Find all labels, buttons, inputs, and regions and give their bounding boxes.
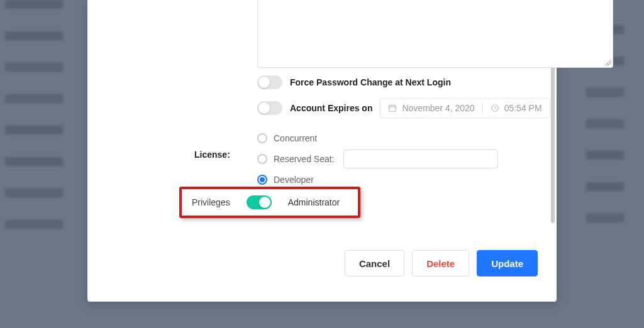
delete-button[interactable]: Delete xyxy=(412,250,469,276)
license-section-label: License: xyxy=(194,150,230,160)
account-expires-toggle[interactable] xyxy=(257,101,282,115)
license-radio-developer[interactable] xyxy=(257,175,267,185)
account-expires-label: Account Expires on xyxy=(290,103,372,113)
force-password-toggle[interactable] xyxy=(257,75,282,89)
cancel-button[interactable]: Cancel xyxy=(345,250,404,276)
expire-datetime-picker[interactable]: November 4, 2020 05:54 PM xyxy=(380,98,550,118)
force-password-label: Force Password Change at Next Login xyxy=(290,77,451,87)
notes-textarea[interactable] xyxy=(257,0,613,68)
expire-date-value: November 4, 2020 xyxy=(402,103,474,113)
account-expires-row: Account Expires on November 4, 2020 05:5… xyxy=(257,98,550,118)
license-radio-group: Concurrent Reserved Seat: Developer xyxy=(257,133,498,185)
modal-footer: Cancel Delete Update xyxy=(345,250,538,276)
svg-rect-0 xyxy=(389,106,396,111)
license-radio-reserved[interactable] xyxy=(257,154,267,164)
expire-time-value: 05:54 PM xyxy=(504,103,542,113)
user-settings-modal: Force Password Change at Next Login Acco… xyxy=(87,0,557,302)
calendar-icon xyxy=(388,104,397,112)
force-password-row: Force Password Change at Next Login xyxy=(257,75,451,89)
license-label-reserved: Reserved Seat: xyxy=(274,154,335,164)
license-label-concurrent: Concurrent xyxy=(274,133,317,143)
administrator-toggle[interactable] xyxy=(247,195,272,209)
administrator-label: Administrator xyxy=(288,197,340,207)
update-button[interactable]: Update xyxy=(477,250,538,276)
license-radio-concurrent[interactable] xyxy=(257,133,267,143)
privileges-label: Privileges xyxy=(192,197,230,207)
license-label-developer: Developer xyxy=(274,175,314,185)
bg-sidebar-placeholder xyxy=(0,0,63,328)
clock-icon xyxy=(491,104,499,112)
privileges-highlight-box: Privileges Administrator xyxy=(179,187,360,218)
reserved-seat-input[interactable] xyxy=(343,150,498,168)
